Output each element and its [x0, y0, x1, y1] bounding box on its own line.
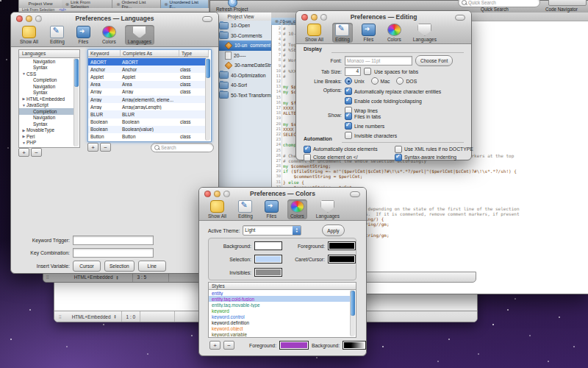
check-files-in-tabs[interactable]: Files in tabs — [345, 113, 397, 120]
cursor-button[interactable]: Cursor — [73, 261, 101, 272]
toolbar-item-files[interactable]: Files — [74, 25, 93, 45]
checkbox[interactable] — [345, 97, 352, 105]
toolbar-item-files[interactable]: Files — [262, 199, 282, 219]
close-tab-icon[interactable]: ⊗ — [165, 1, 168, 7]
table-row[interactable]: AnchorAnchorclass — [88, 66, 206, 73]
toolbar-item-show-all[interactable]: Show All — [17, 25, 41, 45]
add-completion-button[interactable]: + — [87, 143, 98, 152]
drag-grip-icon[interactable]: ⁞⁞ — [59, 314, 62, 319]
code-navigator-button[interactable] — [548, 0, 587, 6]
radio-dos[interactable] — [396, 77, 404, 85]
tree-item-10-un-comment[interactable]: 10-un_comment — [210, 40, 271, 51]
disclosure-down-icon[interactable]: ▼ — [21, 103, 26, 107]
language-item-navigation[interactable]: Navigation — [19, 83, 74, 90]
completions-search-field[interactable]: Search — [151, 143, 214, 152]
checkbox[interactable] — [345, 132, 352, 139]
toolbar-collapse-button[interactable] — [350, 191, 360, 197]
line-break-option-mac[interactable]: Mac — [371, 77, 390, 85]
table-row[interactable]: AreaAreaclass — [88, 81, 206, 88]
table-row[interactable]: ArrayArray(arrayLength) — [88, 103, 206, 110]
disclosure-down-icon[interactable]: ▼ — [21, 71, 26, 76]
checkbox[interactable] — [345, 88, 352, 95]
language-item-completion[interactable]: Completion — [19, 108, 74, 115]
table-scrollbar[interactable] — [205, 58, 210, 141]
disclosure-right-icon[interactable]: ▶ — [21, 96, 26, 101]
language-item-syntax[interactable]: Syntax — [19, 65, 74, 71]
foreground-color-well[interactable] — [328, 241, 356, 250]
check-enable-code-folding-collapsing[interactable]: Enable code folding/collapsing — [345, 97, 441, 105]
tree-item-40-sort[interactable]: ▶40-Sort — [210, 80, 271, 91]
table-row[interactable]: ArrayArray(element0, eleme... — [88, 96, 206, 103]
language-item-navigation[interactable]: Navigation — [19, 115, 74, 121]
popup-stepper-icon[interactable]: ▲▼ — [114, 314, 117, 319]
language-item-perl[interactable]: ▶Perl — [19, 133, 74, 140]
checkbox[interactable] — [304, 154, 311, 161]
language-item-movabletype[interactable]: ▶MovableType — [19, 127, 74, 134]
table-row[interactable]: ABORTABORT — [88, 58, 206, 66]
line-button[interactable]: Line — [138, 261, 166, 272]
style-item-keyword-control[interactable]: keyword.control — [209, 314, 351, 319]
language-item-javascript[interactable]: ▼JavaScript — [19, 102, 74, 109]
styles-header[interactable]: Styles — [209, 283, 356, 290]
apply-button[interactable]: Apply — [322, 224, 344, 236]
check-invisible-characters[interactable]: Invisible characters — [345, 132, 397, 139]
toolbar-collapse-button[interactable] — [455, 15, 465, 21]
toolbar-collapse-button[interactable] — [202, 16, 212, 22]
tree-item-30-comments[interactable]: ▼30-Comments — [210, 31, 271, 41]
language-item-html-embedded[interactable]: ▶HTML+Embedded — [19, 96, 74, 102]
active-theme-popup[interactable]: Light ▲▼ — [243, 225, 301, 236]
tree-item-40-optimization[interactable]: ▶40-Optimization — [210, 71, 271, 81]
add-language-button[interactable]: + — [18, 148, 29, 157]
toolbar-item-colors[interactable]: Colors — [287, 199, 307, 219]
line-break-option-dos[interactable]: DOS — [396, 77, 417, 85]
tree-item-50-text-transform[interactable]: ▶50-Text Transform... — [210, 91, 271, 101]
check-close-element-on[interactable]: Close element on </ — [304, 154, 395, 161]
style-item-entity[interactable]: entity — [209, 290, 351, 296]
close-tab-icon[interactable]: ⊗ — [116, 1, 120, 7]
document-tab-ordered-list-fro[interactable]: ⊗Ordered List Fro... — [112, 0, 160, 8]
check-syntax-aware-indenting[interactable]: Syntax-aware indenting — [395, 154, 473, 161]
line-break-option-unix[interactable]: Unix — [345, 77, 365, 85]
background-color-well[interactable] — [254, 241, 282, 250]
toolbar-item-colors[interactable]: Colors — [384, 23, 404, 43]
project-view-toolbar-label[interactable]: Project View — [19, 0, 62, 8]
check-use-xml-rules-if-no-doctype[interactable]: Use XML rules if no DOCTYPE — [395, 146, 473, 153]
checkbox[interactable] — [345, 113, 352, 120]
language-item-syntax[interactable]: Syntax — [19, 121, 74, 127]
toolbar-item-languages[interactable]: Languages — [410, 23, 440, 43]
style-item-entity-tag-movable-type[interactable]: entity.tag.movable-type — [209, 302, 351, 308]
toolbar-item-editing[interactable]: Editing — [235, 199, 256, 219]
tree-item-10-open[interactable]: ▶10-Open — [210, 21, 271, 31]
remove-language-button[interactable]: − — [31, 148, 42, 157]
document-tab-unordered-list-f[interactable]: ⊗Unordered List F... — [161, 0, 209, 8]
toolbar-item-show-all[interactable]: Show All — [205, 199, 229, 219]
check-line-numbers[interactable]: Line numbers — [345, 122, 397, 130]
table-row[interactable]: BLURBLUR — [88, 110, 206, 118]
tab-size-input[interactable]: 4 — [345, 67, 361, 76]
style-item-keyword-object[interactable]: keyword.object — [209, 325, 351, 331]
radio-unix[interactable] — [345, 77, 352, 85]
selection-color-well[interactable] — [254, 255, 282, 263]
choose-font-button[interactable]: Choose Font — [415, 55, 453, 66]
close-tab-icon[interactable]: ⊗ — [65, 1, 69, 7]
checkbox[interactable] — [395, 154, 402, 161]
invisibles-color-well[interactable] — [254, 268, 282, 277]
add-style-button[interactable]: + — [209, 341, 220, 350]
toolbar-item-editing[interactable]: Editing — [47, 25, 68, 45]
check-automatically-close-elements[interactable]: Automatically close elements — [304, 146, 395, 153]
key-combination-input[interactable] — [73, 248, 154, 258]
checkbox[interactable] — [304, 146, 311, 153]
popup-stepper-icon[interactable]: ▲▼ — [116, 275, 119, 280]
tree-item-30-namedatestr[interactable]: 30-nameDateStr... — [210, 60, 271, 71]
use-spaces-checkbox[interactable] — [364, 68, 371, 75]
language-popup[interactable]: HTML+Embedded — [74, 275, 113, 280]
style-item-keyword[interactable]: keyword — [209, 308, 351, 314]
column-header-type[interactable]: Type — [179, 50, 209, 57]
checkbox[interactable] — [395, 146, 402, 153]
column-header-keyword[interactable]: Keyword — [88, 50, 121, 57]
toolbar-item-show-all[interactable]: Show All — [302, 23, 326, 43]
toolbar-item-languages[interactable]: Languages — [313, 199, 343, 219]
toolbar-item-colors[interactable]: Colors — [99, 25, 119, 45]
table-row[interactable]: ArrayArrayclass — [88, 88, 206, 96]
toolbar-item-languages[interactable]: Languages — [125, 25, 154, 45]
